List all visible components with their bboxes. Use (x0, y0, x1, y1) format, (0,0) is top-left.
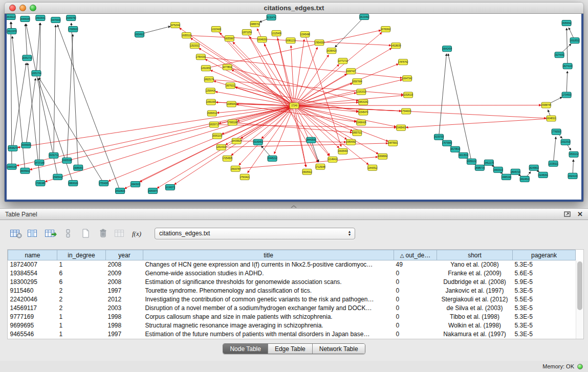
table-cell[interactable]: 1997 (106, 287, 143, 295)
table-cell[interactable]: de Silva et al. (2003) (437, 304, 513, 313)
network-node-teal[interactable]: 19143451 (253, 139, 263, 145)
table-cell[interactable]: 6 (57, 269, 106, 278)
network-node-yellow[interactable]: 18039717 (209, 122, 220, 127)
network-edge-citation[interactable] (108, 105, 294, 181)
table-cell[interactable]: 1997 (106, 330, 143, 339)
network-node-teal[interactable]: 18245802 (529, 165, 539, 170)
network-node-yellow[interactable]: 17554300 (196, 54, 206, 60)
table-mode-icon[interactable] (8, 227, 24, 240)
table-row[interactable]: 1872400712008Changes of HCN gene express… (8, 260, 576, 269)
network-node-teal[interactable]: 16066905 (21, 142, 31, 148)
column-header-in-degree[interactable]: in_degree (57, 250, 106, 260)
network-node-yellow[interactable]: 12161610 (356, 89, 366, 95)
network-node-yellow[interactable]: 11526119 (403, 92, 413, 98)
network-node-teal[interactable]: 19924510 (519, 176, 530, 182)
table-cell[interactable]: 9465546 (8, 330, 57, 339)
network-node-yellow[interactable]: 17125048 (315, 164, 325, 169)
network-edge-citation[interactable] (294, 105, 546, 118)
column-header-title[interactable]: title (143, 250, 394, 260)
network-node-yellow[interactable]: 17875752 (398, 59, 408, 65)
network-node-yellow[interactable]: 12610651 (201, 65, 211, 71)
table-cell[interactable]: 49 (394, 260, 437, 269)
network-node-yellow[interactable]: 12920011 (190, 43, 200, 49)
column-header-out-de[interactable]: △out_de… (394, 250, 437, 260)
network-node-yellow[interactable]: 16961210 (286, 38, 296, 43)
network-node-yellow[interactable]: 11545470 (358, 110, 368, 115)
network-node-yellow[interactable]: 10996992 (378, 154, 388, 159)
column-header-name[interactable]: name (8, 250, 57, 260)
network-graph[interactable]: 1724019752342160551191292001117554300126… (7, 14, 581, 200)
table-cell[interactable]: 5.3E-5 (513, 313, 576, 321)
network-edge-citation[interactable] (175, 105, 294, 184)
network-node-yellow[interactable]: 16778511 (223, 64, 233, 70)
new-table-icon[interactable] (78, 227, 93, 240)
network-edge[interactable] (67, 34, 73, 161)
network-node-teal[interactable]: 18130492 (359, 14, 369, 20)
network-edge-citation[interactable] (406, 119, 552, 127)
network-node-yellow[interactable]: 16055119 (182, 33, 192, 38)
table-cell[interactable]: 2 (57, 295, 106, 304)
network-node-teal[interactable]: 16959102 (467, 159, 477, 164)
network-node-yellow[interactable]: 19752342 (170, 23, 181, 28)
table-cell[interactable]: 0 (394, 321, 437, 330)
table-cell[interactable]: 0 (394, 313, 437, 321)
network-node-teal[interactable]: 12704503 (561, 92, 572, 98)
table-cell[interactable]: Franke et al. (2009) (437, 269, 513, 278)
network-node-teal[interactable]: 12035921 (548, 161, 558, 166)
network-edge-citation[interactable] (227, 67, 358, 101)
tab-network-table[interactable]: Network Table (313, 344, 365, 354)
network-node-yellow[interactable]: 12149410 (328, 157, 338, 162)
table-cell[interactable]: 1 (57, 330, 106, 339)
network-node-teal[interactable]: 19965190 (502, 174, 512, 180)
function-builder-icon[interactable]: f(x) (130, 227, 145, 240)
network-node-yellow[interactable]: 12872254 (242, 30, 252, 35)
network-node-yellow[interactable]: 15496428 (356, 120, 366, 125)
close-panel-icon[interactable]: ✕ (577, 211, 583, 217)
zoom-window-button[interactable] (30, 5, 36, 11)
table-cell[interactable]: 1 (57, 313, 106, 321)
network-edge[interactable] (13, 63, 26, 148)
table-cell[interactable]: Hescheler et al. (1997) (437, 339, 513, 340)
table-cell[interactable]: Stergiakouli et al. (2012) (437, 295, 513, 304)
network-node-yellow[interactable]: 10691997 (206, 99, 216, 105)
table-selector-combobox[interactable]: citations_edges.txt ▲▼ (155, 228, 355, 239)
table-cell[interactable]: 5.3E-5 (513, 321, 576, 330)
table-cell[interactable]: 2008 (106, 260, 143, 269)
table-cell[interactable]: 0 (394, 339, 437, 340)
table-cell[interactable]: 18724007 (8, 260, 57, 269)
network-node-yellow[interactable]: 12914310 (216, 144, 227, 150)
table-cell[interactable]: Estimation of the future numbers of pati… (143, 330, 394, 339)
table-cell[interactable]: 19384554 (8, 269, 57, 278)
network-node-teal[interactable]: 17081983 (35, 180, 46, 186)
network-node-teal[interactable]: 19086053 (73, 165, 83, 170)
network-node-yellow[interactable]: 12125439 (271, 31, 281, 36)
network-node-teal[interactable]: 17554365 (99, 180, 109, 186)
table-cell[interactable]: 9463627 (8, 339, 57, 340)
network-edge-citation[interactable] (291, 46, 294, 105)
network-edge-citation[interactable] (294, 105, 318, 162)
network-node-teal[interactable]: 19412175 (484, 160, 494, 165)
table-cell[interactable]: 2 (57, 287, 106, 295)
network-node-yellow[interactable]: 15958745 (541, 102, 551, 108)
network-node-yellow[interactable]: 15605912 (302, 169, 312, 174)
table-cell[interactable]: 6 (57, 278, 106, 287)
network-node-yellow[interactable]: 16055667 (224, 36, 234, 41)
network-edge[interactable] (71, 23, 78, 168)
network-node-teal[interactable]: 10022510 (560, 139, 571, 145)
float-panel-icon[interactable] (564, 211, 571, 218)
network-node-teal[interactable]: 20351715 (22, 55, 32, 61)
network-node-yellow[interactable]: 16061103 (212, 133, 223, 139)
network-node-teal[interactable]: 19470933 (51, 17, 61, 23)
table-cell[interactable]: Jankovic et al. (1997) (437, 287, 513, 295)
network-edge-citation[interactable] (294, 32, 382, 105)
table-cell[interactable]: 1998 (106, 321, 143, 330)
table-cell[interactable]: 5.3E-5 (513, 330, 576, 339)
network-node-teal[interactable]: 19245091 (538, 172, 548, 178)
table-row[interactable]: 946362711997Embryonic stem cells: a mode… (8, 339, 576, 340)
table-cell[interactable]: 5.3E-5 (513, 304, 576, 313)
network-edge[interactable] (335, 17, 364, 47)
network-node-yellow[interactable]: 18367664 (352, 79, 362, 84)
network-node-teal[interactable]: 16005308 (62, 158, 72, 163)
table-cell[interactable]: 2012 (106, 295, 143, 304)
network-node-yellow[interactable]: 16366420 (326, 48, 337, 54)
